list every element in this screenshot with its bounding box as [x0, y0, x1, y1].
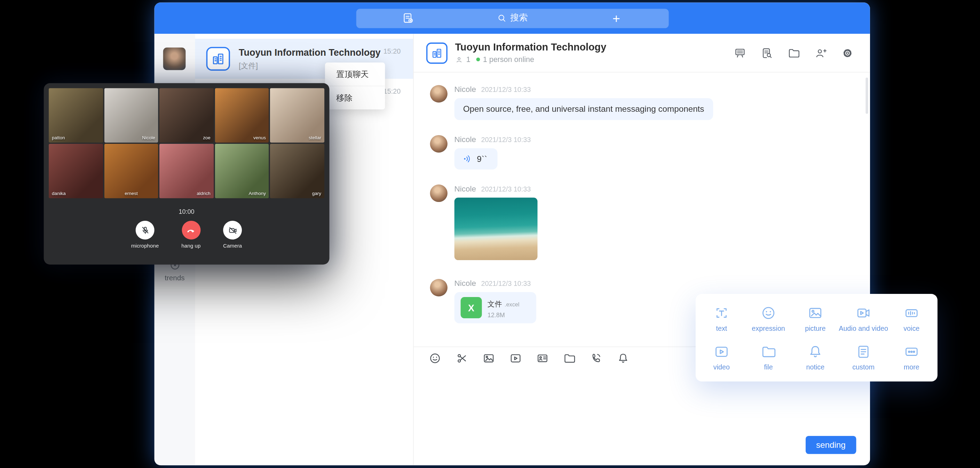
panel-label: more	[904, 363, 920, 371]
video-tile[interactable]: danika	[49, 144, 103, 198]
phone-icon	[590, 352, 602, 364]
avatar[interactable]	[430, 135, 447, 153]
image-icon	[807, 305, 823, 321]
chat-title: Tuoyun Information Technology	[455, 42, 606, 53]
menu-item-remove[interactable]: 移除	[325, 86, 385, 109]
camera-toggle[interactable]: Camera	[223, 221, 242, 249]
panel-label: voice	[904, 324, 920, 332]
panel-item-audio-video[interactable]: Audio and video	[839, 299, 888, 337]
call-button[interactable]	[590, 352, 602, 364]
message: Nicole 2021/12/3 10:33	[430, 185, 870, 260]
folder-icon	[788, 47, 800, 59]
participant-name: Nicole	[142, 135, 155, 141]
conversation-time: 15:20	[383, 47, 401, 55]
screenshot-button[interactable]	[455, 352, 468, 364]
video-tile[interactable]: venus	[215, 88, 269, 142]
message-input[interactable]: sending	[414, 369, 870, 465]
bell-icon	[807, 344, 823, 359]
send-image-button[interactable]	[482, 352, 495, 364]
message: Nicole 2021/12/3 10:33 9``	[430, 135, 870, 169]
scrollbar[interactable]	[865, 78, 868, 114]
panel-item-voice[interactable]: voice	[888, 299, 935, 337]
file-name: 文件	[488, 300, 502, 307]
video-tile[interactable]: zoe	[159, 88, 214, 142]
message-time: 2021/12/3 10:33	[481, 136, 531, 144]
panel-item-picture[interactable]: picture	[792, 299, 839, 337]
building-icon	[431, 47, 443, 59]
panel-label: expression	[752, 324, 785, 332]
search-input[interactable]: 搜索	[460, 8, 564, 28]
camera-label: Camera	[223, 243, 242, 249]
sender-name: Nicole	[455, 85, 476, 94]
hang-up-button[interactable]: hang up	[181, 221, 200, 249]
video-tile[interactable]: ernest	[104, 144, 158, 198]
handset-icon	[186, 225, 196, 235]
voice-message-bubble[interactable]: 9``	[455, 149, 497, 169]
participant-name: venus	[253, 135, 266, 141]
group-avatar	[426, 42, 447, 63]
call-timer: 10:00	[49, 208, 325, 215]
text-message-bubble: Open source, free, and universal instant…	[455, 98, 713, 120]
document-icon	[856, 344, 872, 359]
folder-icon	[563, 352, 576, 364]
video-call-window[interactable]: patton Nicole zoe venus stellar danika e…	[44, 83, 329, 265]
panel-item-file[interactable]: file	[745, 338, 792, 377]
emoji-button[interactable]	[429, 352, 441, 364]
panel-label: custom	[852, 363, 875, 371]
notes-button[interactable]	[356, 8, 460, 28]
message-time: 2021/12/3 10:33	[481, 86, 531, 93]
sender-name: Nicole	[455, 135, 476, 144]
video-tile[interactable]: gary	[270, 144, 325, 198]
panel-item-video[interactable]: video	[698, 338, 745, 377]
panel-label: notice	[806, 363, 824, 371]
video-tile[interactable]: patton	[49, 88, 103, 142]
doc-search-icon	[761, 47, 773, 59]
online-status: 1 person online	[483, 55, 534, 64]
panel-item-expression[interactable]: expression	[745, 299, 792, 337]
panel-label: text	[716, 324, 727, 332]
menu-item-pin-chat[interactable]: 置顶聊天	[325, 63, 385, 86]
voice-icon	[904, 305, 920, 321]
send-video-button[interactable]	[509, 352, 522, 364]
group-files-button[interactable]	[788, 47, 800, 59]
message-time: 2021/12/3 10:33	[481, 280, 531, 287]
panel-item-more[interactable]: more	[888, 338, 935, 377]
chat-header: Tuoyun Information Technology 1 1 person…	[414, 34, 870, 72]
hang-up-label: hang up	[181, 243, 200, 249]
avatar[interactable]	[430, 279, 447, 296]
gear-icon	[841, 47, 854, 59]
current-user-avatar[interactable]	[163, 47, 186, 70]
panel-item-text[interactable]: text	[698, 299, 745, 337]
video-tile[interactable]: Anthony	[215, 144, 269, 198]
conversation-title: Tuoyun Information Technology	[239, 47, 401, 58]
avatar[interactable]	[430, 185, 447, 202]
announcement-icon	[733, 47, 746, 59]
person-add-icon	[815, 47, 827, 59]
avatar[interactable]	[430, 85, 447, 102]
chat-history-button[interactable]	[761, 47, 773, 59]
contact-card-button[interactable]	[536, 352, 549, 364]
file-extension: .excel	[504, 301, 519, 307]
microphone-label: microphone	[131, 243, 159, 249]
panel-label: file	[764, 363, 773, 371]
participant-name: aldrich	[197, 191, 210, 196]
send-file-button[interactable]	[563, 352, 576, 364]
scissors-icon	[455, 352, 468, 364]
notice-button[interactable]	[617, 352, 630, 364]
microphone-toggle[interactable]: microphone	[131, 221, 159, 249]
image-message[interactable]	[455, 198, 538, 260]
panel-item-custom[interactable]: custom	[839, 338, 888, 377]
chat-panel: Tuoyun Information Technology 1 1 person…	[414, 34, 870, 465]
bell-icon	[617, 352, 630, 364]
video-tile[interactable]: aldrich	[159, 144, 214, 198]
smiley-icon	[761, 305, 776, 321]
settings-button[interactable]	[841, 47, 854, 59]
send-button[interactable]: sending	[805, 436, 856, 454]
add-member-button[interactable]	[815, 47, 827, 59]
video-tile[interactable]: Nicole	[104, 88, 158, 142]
video-tile[interactable]: stellar	[270, 88, 325, 142]
panel-item-notice[interactable]: notice	[792, 338, 839, 377]
announcement-button[interactable]	[733, 47, 746, 59]
file-message[interactable]: X 文件 .excel 12.8M	[455, 292, 536, 324]
add-button[interactable]: +	[564, 8, 668, 28]
